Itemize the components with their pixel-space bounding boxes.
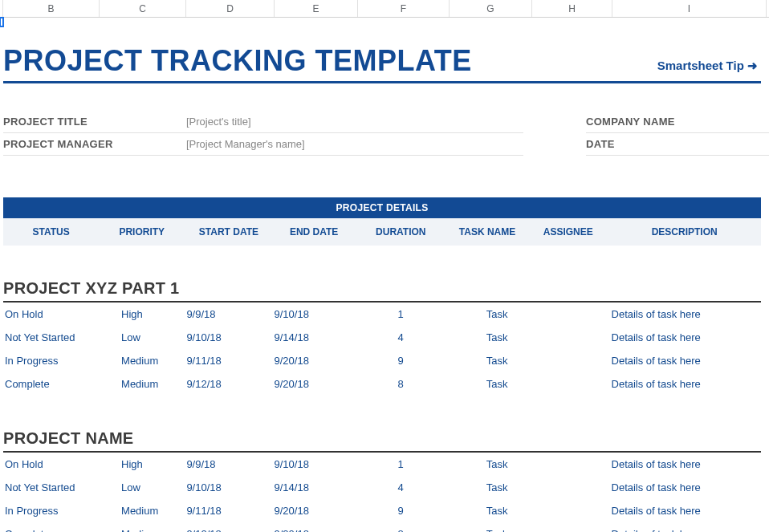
priority-cell[interactable]: High <box>99 458 185 470</box>
col-h[interactable]: H <box>532 0 612 17</box>
status-cell[interactable]: Complete <box>3 528 99 532</box>
section-title: PROJECT NAME <box>3 429 769 448</box>
description-cell[interactable]: Details of task here <box>608 331 761 343</box>
page-title: PROJECT TRACKING TEMPLATE <box>3 44 657 78</box>
duration-cell[interactable]: 8 <box>356 378 446 390</box>
start-date-cell[interactable]: 9/9/18 <box>185 458 272 470</box>
task-name-cell[interactable]: Task <box>446 481 529 493</box>
col-b[interactable]: B <box>3 0 100 17</box>
status-cell[interactable]: On Hold <box>3 308 99 320</box>
end-date-cell[interactable]: 9/10/18 <box>273 458 356 470</box>
task-name-cell[interactable]: Task <box>446 355 529 367</box>
task-name-cell[interactable]: Task <box>446 308 529 320</box>
task-row[interactable]: Not Yet StartedLow9/10/189/14/184TaskDet… <box>3 326 761 349</box>
selected-cell-marker[interactable] <box>0 18 3 26</box>
description-cell[interactable]: Details of task here <box>608 355 761 367</box>
priority-cell[interactable]: High <box>99 308 185 320</box>
start-date-cell[interactable]: 9/11/18 <box>185 505 272 517</box>
priority-cell[interactable]: Low <box>99 481 185 493</box>
task-row[interactable]: In ProgressMedium9/11/189/20/189TaskDeta… <box>3 499 761 522</box>
duration-cell[interactable]: 4 <box>356 331 446 343</box>
th-end-date: END DATE <box>273 226 356 238</box>
priority-cell[interactable]: Medium <box>99 378 185 390</box>
th-status: STATUS <box>3 226 99 238</box>
duration-cell[interactable]: 1 <box>356 458 446 470</box>
project-title-value[interactable]: [Project's title] <box>186 116 251 128</box>
start-date-cell[interactable]: 9/9/18 <box>185 308 272 320</box>
task-name-cell[interactable]: Task <box>446 458 529 470</box>
task-row[interactable]: Not Yet StartedLow9/10/189/14/184TaskDet… <box>3 476 761 499</box>
start-date-cell[interactable]: 9/12/18 <box>185 528 272 532</box>
duration-cell[interactable]: 9 <box>356 505 446 517</box>
task-row[interactable]: In ProgressMedium9/11/189/20/189TaskDeta… <box>3 349 761 372</box>
status-cell[interactable]: On Hold <box>3 458 99 470</box>
task-row[interactable]: On HoldHigh9/9/189/10/181TaskDetails of … <box>3 303 761 326</box>
description-cell[interactable]: Details of task here <box>608 308 761 320</box>
end-date-cell[interactable]: 9/20/18 <box>273 355 356 367</box>
task-row[interactable]: CompleteMedium9/12/189/20/188TaskDetails… <box>3 372 761 396</box>
description-cell[interactable]: Details of task here <box>608 505 761 517</box>
priority-cell[interactable]: Medium <box>99 505 185 517</box>
description-cell[interactable]: Details of task here <box>608 378 761 390</box>
project-manager-value[interactable]: [Project Manager's name] <box>186 138 305 150</box>
duration-cell[interactable]: 9 <box>356 355 446 367</box>
duration-cell[interactable]: 8 <box>356 528 446 532</box>
end-date-cell[interactable]: 9/20/18 <box>273 505 356 517</box>
section-title: PROJECT XYZ PART 1 <box>3 279 769 298</box>
description-cell[interactable]: Details of task here <box>608 458 761 470</box>
task-name-cell[interactable]: Task <box>446 331 529 343</box>
project-manager-label: PROJECT MANAGER <box>3 138 186 150</box>
task-row[interactable]: On HoldHigh9/9/189/10/181TaskDetails of … <box>3 453 761 476</box>
start-date-cell[interactable]: 9/10/18 <box>185 331 272 343</box>
col-d[interactable]: D <box>186 0 275 17</box>
th-duration: DURATION <box>356 226 446 238</box>
date-label: DATE <box>586 138 769 150</box>
status-cell[interactable]: In Progress <box>3 355 99 367</box>
th-assignee: ASSIGNEE <box>528 226 608 238</box>
table-header-row: STATUS PRIORITY START DATE END DATE DURA… <box>3 218 761 246</box>
th-description: DESCRIPTION <box>608 226 761 238</box>
status-cell[interactable]: Complete <box>3 378 99 390</box>
start-date-cell[interactable]: 9/11/18 <box>185 355 272 367</box>
title-divider <box>3 81 761 83</box>
th-start-date: START DATE <box>185 226 272 238</box>
start-date-cell[interactable]: 9/10/18 <box>185 481 272 493</box>
end-date-cell[interactable]: 9/14/18 <box>273 331 356 343</box>
end-date-cell[interactable]: 9/20/18 <box>273 378 356 390</box>
col-e[interactable]: E <box>275 0 358 17</box>
priority-cell[interactable]: Low <box>99 331 185 343</box>
task-row[interactable]: CompleteMedium9/12/189/20/188TaskDetails… <box>3 522 761 532</box>
end-date-cell[interactable]: 9/14/18 <box>273 481 356 493</box>
task-name-cell[interactable]: Task <box>446 378 529 390</box>
col-f[interactable]: F <box>358 0 450 17</box>
col-i[interactable]: I <box>612 0 767 17</box>
end-date-cell[interactable]: 9/20/18 <box>273 528 356 532</box>
description-cell[interactable]: Details of task here <box>608 481 761 493</box>
status-cell[interactable]: Not Yet Started <box>3 331 99 343</box>
status-cell[interactable]: Not Yet Started <box>3 481 99 493</box>
col-c[interactable]: C <box>100 0 186 17</box>
start-date-cell[interactable]: 9/12/18 <box>185 378 272 390</box>
smartsheet-tip-link[interactable]: Smartsheet Tip ➜ <box>657 59 769 78</box>
priority-cell[interactable]: Medium <box>99 528 185 532</box>
th-priority: PRIORITY <box>99 226 185 238</box>
th-task-name: TASK NAME <box>446 226 528 238</box>
task-name-cell[interactable]: Task <box>446 528 529 532</box>
duration-cell[interactable]: 4 <box>356 481 446 493</box>
task-name-cell[interactable]: Task <box>446 505 529 517</box>
duration-cell[interactable]: 1 <box>356 308 446 320</box>
column-headers: B C D E F G H I <box>0 0 769 18</box>
col-g[interactable]: G <box>450 0 532 17</box>
description-cell[interactable]: Details of task here <box>608 528 761 532</box>
status-cell[interactable]: In Progress <box>3 505 99 517</box>
project-details-banner: PROJECT DETAILS <box>3 197 761 218</box>
company-name-label: COMPANY NAME <box>586 116 769 128</box>
end-date-cell[interactable]: 9/10/18 <box>273 308 356 320</box>
project-title-label: PROJECT TITLE <box>3 116 186 128</box>
priority-cell[interactable]: Medium <box>99 355 185 367</box>
